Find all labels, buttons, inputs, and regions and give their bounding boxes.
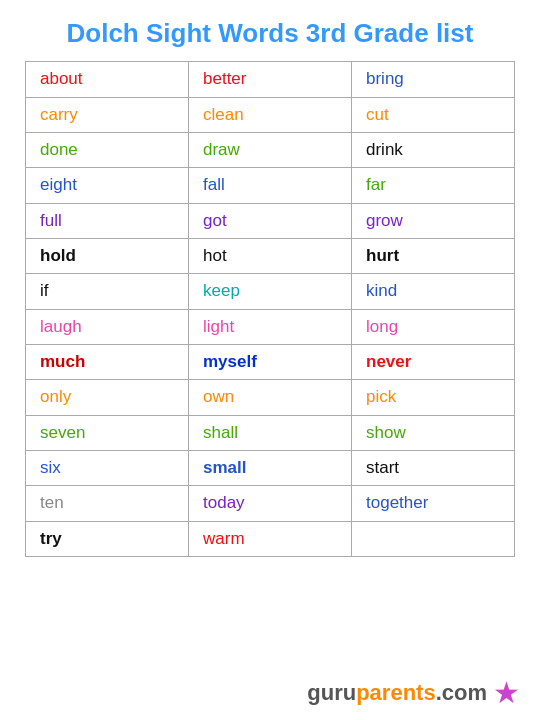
word-cell: show [352, 415, 515, 450]
word-cell: small [189, 450, 352, 485]
word-cell: warm [189, 521, 352, 556]
word-cell: pick [352, 380, 515, 415]
word-cell: today [189, 486, 352, 521]
word-cell: together [352, 486, 515, 521]
word-cell: much [26, 344, 189, 379]
word-cell: own [189, 380, 352, 415]
word-cell: carry [26, 97, 189, 132]
word-cell: got [189, 203, 352, 238]
word-cell: shall [189, 415, 352, 450]
word-cell: done [26, 132, 189, 167]
word-cell: never [352, 344, 515, 379]
word-cell: try [26, 521, 189, 556]
word-cell: if [26, 274, 189, 309]
word-cell: eight [26, 168, 189, 203]
word-cell: kind [352, 274, 515, 309]
word-cell: fall [189, 168, 352, 203]
word-cell: full [26, 203, 189, 238]
word-cell: seven [26, 415, 189, 450]
word-cell: cut [352, 97, 515, 132]
word-table: aboutbetterbringcarrycleancutdonedrawdri… [25, 61, 515, 557]
word-cell: grow [352, 203, 515, 238]
word-cell: myself [189, 344, 352, 379]
word-cell: long [352, 309, 515, 344]
footer-text: guruparents.com [307, 680, 487, 706]
word-cell: six [26, 450, 189, 485]
page-title: Dolch Sight Words 3rd Grade list [47, 0, 494, 61]
footer: guruparents.com ★ [0, 665, 540, 720]
word-cell: ten [26, 486, 189, 521]
word-cell: light [189, 309, 352, 344]
word-cell: hot [189, 238, 352, 273]
star-icon: ★ [493, 675, 520, 710]
word-cell: drink [352, 132, 515, 167]
word-cell: draw [189, 132, 352, 167]
word-cell: far [352, 168, 515, 203]
word-cell: hurt [352, 238, 515, 273]
word-cell: about [26, 62, 189, 97]
word-cell: keep [189, 274, 352, 309]
word-cell: bring [352, 62, 515, 97]
word-cell: start [352, 450, 515, 485]
word-cell: laugh [26, 309, 189, 344]
word-cell: only [26, 380, 189, 415]
word-cell: clean [189, 97, 352, 132]
word-cell: better [189, 62, 352, 97]
word-cell: hold [26, 238, 189, 273]
